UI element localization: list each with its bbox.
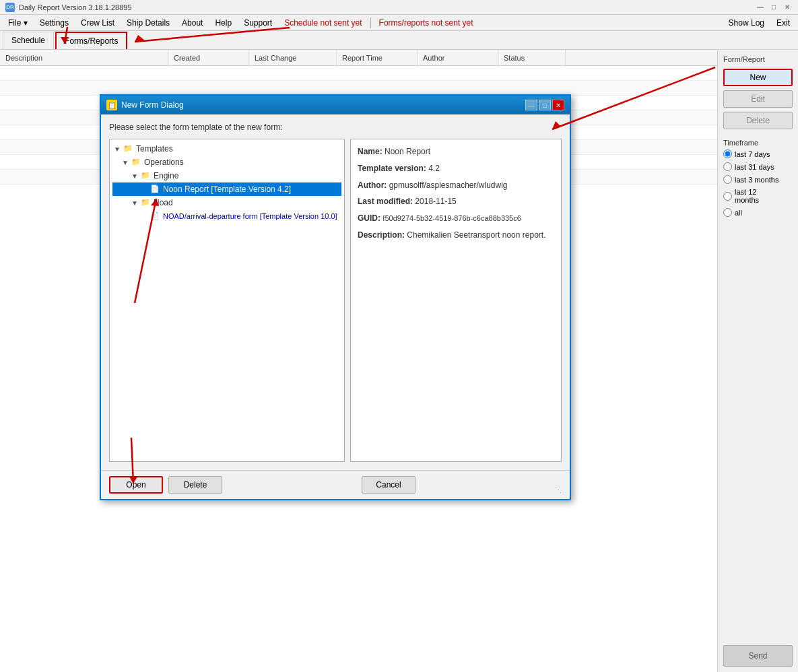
document-icon: 📄 (150, 211, 161, 221)
col-description: Description (0, 50, 168, 65)
folder-icon: 📁 (123, 144, 134, 154)
menu-crew-list[interactable]: Crew List (75, 15, 120, 30)
show-log-button[interactable]: Show Log (723, 17, 770, 29)
menu-bar: File ▾ Settings Crew List Ship Details A… (0, 15, 798, 31)
dialog-titlebar: 📋 New Form Dialog — □ ✕ (101, 96, 570, 114)
maximize-button[interactable]: □ (768, 2, 779, 13)
radio-all[interactable]: all (723, 208, 793, 217)
table-header: Description Created Last Change Report T… (0, 50, 717, 66)
col-status: Status (498, 50, 566, 65)
col-last-change: Last Change (249, 50, 337, 65)
dialog-icon: 📋 (106, 100, 117, 110)
toolbar: Schedule Forms/Reports (0, 31, 798, 50)
tree-expander: ▼ (131, 172, 141, 180)
detail-template-version: Template version: 4.2 (358, 163, 554, 174)
detail-name: Name: Noon Report (358, 146, 554, 158)
detail-description: Description: Chemikalien Seetransport no… (358, 230, 554, 241)
close-button[interactable]: ✕ (782, 2, 793, 13)
dialog-prompt: Please select the form template of the n… (109, 123, 562, 132)
template-tree[interactable]: ▼ 📁 Templates ▼ 📁 Operations ▼ 📁 Engine (109, 139, 345, 462)
col-report-time: Report Time (337, 50, 418, 65)
dialog-close-button[interactable]: ✕ (552, 100, 564, 110)
timeframe-radio-group: last 7 days last 31 days last 3 months l… (723, 149, 793, 217)
menu-schedule-not-sent[interactable]: Schedule not sent yet (279, 15, 367, 30)
minimize-button[interactable]: — (755, 2, 766, 13)
detail-guid: GUID: f50d9274-5b32-4519-876b-c6ca88b335… (358, 213, 554, 224)
dialog-controls: — □ ✕ (525, 100, 564, 110)
folder-icon: 📁 (141, 171, 152, 180)
dialog-maximize-button[interactable]: □ (539, 100, 551, 110)
dialog-title-left: 📋 New Form Dialog (106, 100, 184, 110)
details-panel: Name: Noon Report Template version: 4.2 … (350, 139, 562, 462)
menu-forms-not-sent[interactable]: Forms/reports not sent yet (374, 15, 479, 30)
tree-node-label: Templates (136, 144, 173, 154)
tree-expander: ▼ (114, 145, 123, 153)
detail-last-modified: Last modified: 2018-11-15 (358, 196, 554, 207)
exit-button[interactable]: Exit (771, 17, 795, 29)
dialog-title: New Form Dialog (121, 100, 184, 110)
right-panel: Form/Report New Edit Delete Timeframe la… (717, 50, 798, 672)
radio-31days[interactable]: last 31 days (723, 162, 793, 171)
app-title: Daily Report Version 3.18.1.28895 (19, 3, 132, 11)
tree-node-templates[interactable]: ▼ 📁 Templates (112, 142, 341, 156)
tree-node-label: Engine (154, 171, 178, 180)
tree-node-label: Operations (144, 158, 184, 167)
document-icon: 📄 (150, 184, 161, 194)
title-bar: DR Daily Report Version 3.18.1.28895 — □… (0, 0, 798, 15)
menu-file[interactable]: File ▾ (3, 15, 33, 30)
menu-ship-details[interactable]: Ship Details (121, 15, 175, 30)
tab-schedule[interactable]: Schedule (3, 32, 54, 49)
timeframe-label: Timeframe (723, 139, 793, 147)
dialog-footer-left: Open Delete (109, 476, 222, 494)
tab-forms-reports[interactable]: Forms/Reports (55, 32, 127, 49)
tree-node-noad[interactable]: ▼ 📁 Noad (112, 196, 341, 209)
resize-handle[interactable]: ⋱ (555, 486, 562, 494)
form-report-label: Form/Report (723, 55, 793, 63)
folder-icon: 📁 (141, 198, 152, 207)
folder-icon: 📁 (131, 158, 142, 167)
tree-node-noad-arrival[interactable]: 📄 NOAD/arrival-departure form [Template … (112, 209, 341, 223)
dialog-content: ▼ 📁 Templates ▼ 📁 Operations ▼ 📁 Engine (109, 139, 562, 462)
dialog-footer: Open Delete Cancel ⋱ (101, 470, 570, 499)
dialog-cancel-button[interactable]: Cancel (362, 476, 415, 494)
radio-3months[interactable]: last 3 months (723, 175, 793, 184)
col-author: Author (418, 50, 498, 65)
menu-settings[interactable]: Settings (34, 15, 74, 30)
table-row (0, 81, 717, 96)
col-created: Created (168, 50, 249, 65)
edit-button[interactable]: Edit (723, 90, 793, 108)
dialog-delete-button[interactable]: Delete (168, 476, 222, 494)
radio-12months[interactable]: last 12months (723, 188, 793, 204)
tree-node-label: Noad (154, 198, 173, 207)
tree-node-label: Noon Report [Template Version 4.2] (163, 184, 291, 194)
tree-expander: ▼ (131, 199, 141, 207)
tree-node-label: NOAD/arrival-departure form [Template Ve… (163, 212, 337, 220)
radio-7days[interactable]: last 7 days (723, 149, 793, 158)
table-row (0, 66, 717, 81)
tree-expander: ▼ (122, 159, 131, 166)
app-icon: DR (5, 3, 15, 12)
menu-separator (370, 18, 371, 28)
send-button[interactable]: Send (723, 645, 793, 667)
tree-node-operations[interactable]: ▼ 📁 Operations (112, 156, 341, 169)
dialog-body: Please select the form template of the n… (101, 114, 570, 470)
tree-node-noon-report[interactable]: 📄 Noon Report [Template Version 4.2] (112, 182, 341, 196)
dialog-minimize-button[interactable]: — (525, 100, 537, 110)
dialog-open-button[interactable]: Open (109, 476, 163, 494)
timeframe-section: Timeframe last 7 days last 31 days last … (723, 139, 793, 217)
new-button[interactable]: New (723, 69, 793, 86)
delete-button[interactable]: Delete (723, 112, 793, 129)
tree-node-engine[interactable]: ▼ 📁 Engine (112, 169, 341, 182)
menu-help[interactable]: Help (209, 15, 237, 30)
detail-author: Author: gpmusolff/aspiesmacher/wludwig (358, 180, 554, 191)
menu-support[interactable]: Support (238, 15, 277, 30)
menu-about[interactable]: About (176, 15, 208, 30)
new-form-dialog: 📋 New Form Dialog — □ ✕ Please select th… (100, 94, 571, 500)
